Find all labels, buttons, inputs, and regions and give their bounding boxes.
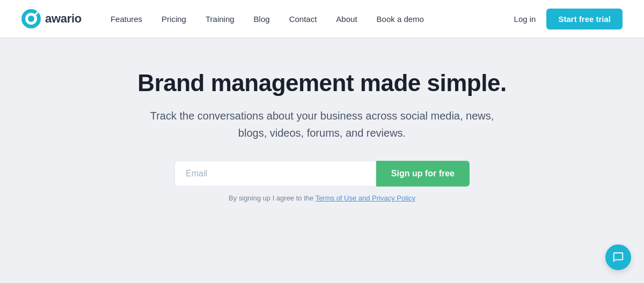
nav-links: Features Pricing Training Blog Contact A…	[103, 10, 514, 28]
start-trial-button[interactable]: Start free trial	[546, 9, 623, 29]
hero-section: Brand management made simple. Track the …	[0, 38, 644, 224]
logo-link[interactable]: awario	[21, 9, 82, 28]
chat-button[interactable]	[605, 244, 631, 270]
signup-button[interactable]: Sign up for free	[376, 161, 470, 187]
nav-item-features[interactable]: Features	[103, 10, 150, 28]
logo-text: awario	[45, 12, 82, 26]
email-input[interactable]	[174, 161, 376, 187]
nav-item-training[interactable]: Training	[198, 10, 242, 28]
nav-item-about[interactable]: About	[328, 10, 364, 28]
navbar: awario Features Pricing Training Blog Co…	[0, 0, 644, 38]
nav-item-blog[interactable]: Blog	[246, 10, 277, 28]
hero-subtitle: Track the conversations about your busin…	[140, 107, 504, 142]
nav-item-contact[interactable]: Contact	[282, 10, 325, 28]
logo-icon	[21, 9, 41, 28]
signup-form: Sign up for free	[174, 161, 470, 187]
nav-right: Log in Start free trial	[514, 9, 623, 29]
chat-icon	[612, 251, 624, 263]
login-link[interactable]: Log in	[514, 14, 536, 24]
nav-item-book-demo[interactable]: Book a demo	[369, 10, 431, 28]
nav-item-pricing[interactable]: Pricing	[154, 10, 194, 28]
hero-title: Brand management made simple.	[137, 70, 506, 96]
terms-link[interactable]: Terms of Use and Privacy Policy	[316, 194, 415, 202]
svg-point-2	[28, 16, 34, 22]
terms-text: By signing up I agree to the Terms of Us…	[229, 194, 415, 202]
